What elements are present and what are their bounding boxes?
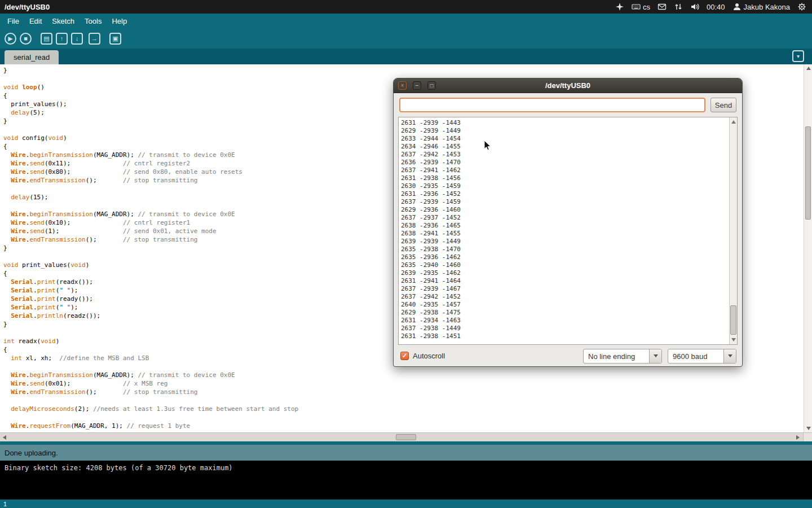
serial-row: 2640 -2935 -1457: [401, 301, 727, 309]
indicator-icon[interactable]: [615, 2, 624, 11]
tab-serial-read[interactable]: serial_read: [5, 50, 59, 64]
serial-row: 2637 -2939 -1459: [401, 198, 727, 206]
keyboard-layout-indicator[interactable]: cs: [632, 2, 650, 11]
serial-output-wrap: 2631 -2939 -14432629 -2939 -14492633 -29…: [398, 117, 738, 345]
user-name: Jakub Kakona: [744, 3, 790, 11]
scrollbar-corner: [803, 433, 812, 442]
tab-menu-button[interactable]: ▾: [792, 50, 804, 62]
line-ending-value: No line ending: [584, 349, 649, 363]
scroll-up-arrow[interactable]: [731, 120, 736, 124]
serial-row: 2629 -2936 -1460: [401, 206, 727, 214]
serial-monitor-title: /dev/ttyUSB0: [394, 81, 742, 90]
serial-row: 2631 -2936 -1452: [401, 190, 727, 198]
mail-icon[interactable]: [657, 2, 667, 11]
upload-button[interactable]: →: [89, 33, 100, 45]
status-bar: Done uploading.: [0, 441, 812, 461]
menu-help[interactable]: Help: [107, 15, 132, 28]
serial-row: 2629 -2939 -1449: [401, 127, 727, 135]
scroll-down-arrow[interactable]: [806, 427, 811, 430]
scrollbar-thumb[interactable]: [805, 126, 811, 220]
scrollbar-thumb[interactable]: [730, 305, 736, 335]
volume-icon[interactable]: [690, 2, 699, 11]
serial-monitor-titlebar[interactable]: × − □ /dev/ttyUSB0: [394, 78, 742, 93]
serial-row: 2637 -2937 -1452: [401, 214, 727, 222]
serial-row: 2631 -2939 -1443: [401, 119, 727, 127]
menubar: FileEditSketchToolsHelp: [0, 14, 812, 29]
send-button[interactable]: Send: [710, 98, 736, 112]
clock[interactable]: 00:40: [707, 3, 725, 11]
serial-monitor-window: × − □ /dev/ttyUSB0 Send 2631 -2939 -1443…: [393, 78, 743, 367]
serial-row: 2637 -2941 -1462: [401, 167, 727, 174]
serial-row: 2633 -2944 -1454: [401, 135, 727, 143]
scroll-up-arrow[interactable]: [806, 67, 811, 70]
line-indicator: 1: [3, 501, 7, 507]
dropdown-arrow-button[interactable]: [649, 349, 661, 363]
scroll-down-arrow[interactable]: [731, 338, 736, 341]
code-line: [3, 396, 802, 405]
serial-row: 2634 -2946 -1455: [401, 143, 727, 151]
new-sketch-button[interactable]: ▤: [41, 33, 52, 45]
serial-row: 2635 -2938 -1470: [401, 246, 727, 253]
serial-row: 2636 -2939 -1470: [401, 159, 727, 167]
dropdown-arrow-button[interactable]: [723, 349, 736, 363]
gear-icon[interactable]: [797, 2, 806, 11]
keyboard-layout-label: cs: [643, 3, 650, 11]
serial-input-row: Send: [399, 98, 736, 112]
serial-row: 2637 -2938 -1449: [401, 325, 727, 332]
scroll-right-arrow[interactable]: [796, 435, 800, 440]
serial-row: 2638 -2936 -1465: [401, 222, 727, 230]
serial-row: 2631 -2941 -1464: [401, 277, 727, 285]
status-message: Done uploading.: [5, 449, 58, 457]
code-line: Wire.endTransmission(); // stop transmit…: [3, 388, 802, 396]
serial-row: 2631 -2934 -1463: [401, 317, 727, 325]
menu-edit[interactable]: Edit: [24, 15, 47, 28]
serial-row: 2639 -2939 -1449: [401, 238, 727, 246]
menu-file[interactable]: File: [2, 15, 24, 28]
code-line: }: [3, 66, 802, 75]
serial-monitor-button[interactable]: ▣: [109, 33, 121, 45]
serial-row: 2637 -2942 -1453: [401, 151, 727, 159]
serial-row: 2639 -2935 -1462: [401, 269, 727, 277]
serial-input[interactable]: [399, 98, 705, 112]
serial-monitor-footer: ✓ Autoscroll No line ending 9600 baud: [400, 348, 736, 364]
save-sketch-button[interactable]: ↓: [71, 33, 83, 45]
serial-row: 2635 -2936 -1462: [401, 253, 727, 261]
serial-scrollbar[interactable]: [729, 117, 737, 344]
serial-row: 2630 -2935 -1459: [401, 182, 727, 190]
autoscroll-checkbox[interactable]: ✓: [400, 352, 409, 360]
minimize-button[interactable]: −: [413, 81, 421, 90]
serial-output[interactable]: 2631 -2939 -14432629 -2939 -14492633 -29…: [401, 119, 727, 343]
editor-vertical-scrollbar[interactable]: [804, 64, 812, 432]
baud-rate-dropdown[interactable]: 9600 baud: [668, 349, 736, 364]
editor-horizontal-scrollbar[interactable]: [0, 432, 812, 441]
menu-sketch[interactable]: Sketch: [47, 15, 80, 28]
verify-button[interactable]: ▶: [5, 33, 16, 45]
close-button[interactable]: ×: [398, 81, 407, 90]
chevron-down-icon: [654, 354, 658, 357]
stop-button[interactable]: ■: [20, 33, 32, 45]
panel-indicators: cs 00:40 Jakub Kakona: [615, 2, 812, 11]
user-menu[interactable]: Jakub Kakona: [732, 2, 790, 11]
code-line: Wire.send(0x01); // x MSB reg: [3, 379, 802, 388]
scrollbar-thumb[interactable]: [396, 434, 416, 440]
maximize-button[interactable]: □: [427, 81, 436, 90]
toolbar: ▶■▤↑↓→▣: [0, 29, 812, 49]
line-number-strip: 1: [0, 500, 812, 508]
chevron-down-icon: [728, 354, 732, 357]
window-controls: × − □: [398, 81, 436, 90]
serial-row: 2631 -2938 -1451: [401, 332, 727, 340]
serial-row: 2638 -2941 -1455: [401, 230, 727, 238]
serial-row: 2631 -2938 -1456: [401, 174, 727, 182]
serial-row: 2637 -2942 -1452: [401, 293, 727, 301]
open-sketch-button[interactable]: ↑: [56, 33, 68, 45]
user-icon: [732, 2, 742, 11]
autoscroll-label: Autoscroll: [413, 352, 445, 360]
scroll-left-arrow[interactable]: [3, 435, 6, 440]
console-output: Binary sketch size: 4208 bytes (of a 307…: [0, 461, 812, 500]
network-arrows-icon[interactable]: [674, 2, 683, 11]
baud-rate-value: 9600 baud: [668, 349, 723, 363]
menu-tools[interactable]: Tools: [80, 15, 107, 28]
keyboard-icon: [632, 2, 641, 11]
line-ending-dropdown[interactable]: No line ending: [583, 349, 662, 364]
serial-row: 2637 -2939 -1467: [401, 285, 727, 293]
